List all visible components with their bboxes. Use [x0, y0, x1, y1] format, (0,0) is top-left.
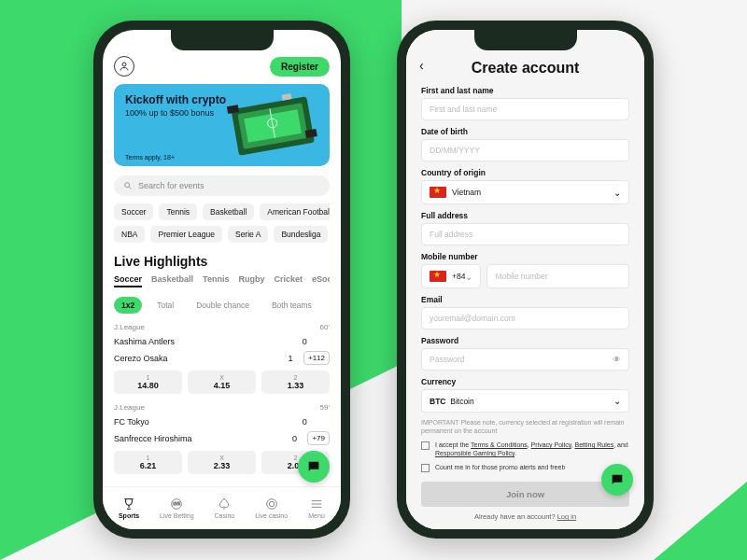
- svg-line-10: [129, 187, 131, 189]
- dob-field[interactable]: DD/MM/YYYY: [421, 139, 629, 161]
- home-team: FC Tokyo: [114, 417, 295, 427]
- promo-checkbox-row[interactable]: Count me in for those promo alerts and f…: [421, 463, 629, 472]
- label-name: First and last name: [421, 86, 629, 95]
- bottom-nav: Sports LIVELive Betting Casino Live casi…: [103, 486, 341, 529]
- promo-terms: Terms apply, 18+: [125, 154, 175, 161]
- chat-fab[interactable]: [298, 451, 330, 483]
- nav-menu[interactable]: Menu: [308, 497, 325, 519]
- bet-type-row: 1x2 Total Double chance Both teams: [114, 297, 330, 314]
- chip-nba[interactable]: NBA: [114, 226, 145, 243]
- tab-soccer[interactable]: Soccer: [114, 274, 142, 287]
- phone-sports: Register Kickoff with crypto 100% up to …: [93, 21, 350, 539]
- currency-note: IMPORTANT Please note, currency selected…: [421, 418, 629, 435]
- login-line: Already have an account? Log in: [421, 512, 629, 521]
- eye-icon[interactable]: 👁: [613, 355, 621, 364]
- tab-rugby[interactable]: Rugby: [238, 274, 264, 287]
- checkbox-icon[interactable]: [421, 441, 430, 450]
- chat-fab[interactable]: [601, 464, 633, 496]
- svg-point-14: [269, 501, 274, 506]
- bettype-total[interactable]: Total: [149, 297, 181, 314]
- svg-point-13: [266, 498, 276, 509]
- home-team: Kashima Antlers: [114, 337, 295, 346]
- odd-home[interactable]: 16.21: [114, 451, 182, 474]
- phone-notch: [171, 30, 274, 50]
- odd-away[interactable]: 21.33: [261, 371, 330, 394]
- live-tabs: Soccer Basketball Tennis Rugby Cricket e…: [114, 274, 330, 287]
- chip-bundesliga[interactable]: Bundesliga: [274, 226, 328, 243]
- away-score: 0: [285, 434, 303, 443]
- flag-vietnam-icon: [430, 187, 446, 198]
- odd-home[interactable]: 114.80: [114, 371, 182, 394]
- address-field[interactable]: Full address: [421, 223, 629, 245]
- away-score: 1: [281, 354, 300, 363]
- away-team: Sanfrecce Hiroshima: [114, 434, 285, 443]
- password-field[interactable]: Password👁: [421, 348, 629, 371]
- odd-draw[interactable]: X4.15: [188, 371, 256, 394]
- checkbox-icon[interactable]: [421, 464, 430, 472]
- home-score: 0: [295, 337, 314, 346]
- responsible-gaming-link[interactable]: Responsible Gaming Policy: [435, 450, 514, 456]
- register-button[interactable]: Register: [270, 57, 330, 77]
- chevron-down-icon: ⌄: [613, 396, 621, 406]
- email-field[interactable]: youremail@domain.com: [421, 307, 629, 329]
- nav-casino[interactable]: Casino: [214, 497, 234, 519]
- currency-select[interactable]: BTC Bitcoin ⌄: [421, 389, 629, 413]
- nav-live-casino[interactable]: Live casino: [255, 497, 288, 519]
- bettype-double-chance[interactable]: Double chance: [189, 297, 257, 314]
- mobile-code-select[interactable]: +84⌄: [421, 264, 481, 288]
- flag-vietnam-icon: [430, 271, 446, 282]
- search-input[interactable]: Search for events: [114, 175, 330, 196]
- tab-basketball[interactable]: Basketball: [151, 274, 193, 287]
- chip-tennis[interactable]: Tennis: [159, 203, 197, 220]
- chip-basketball[interactable]: Basketball: [203, 203, 254, 220]
- match-league: J.League: [114, 403, 145, 412]
- mobile-field[interactable]: Mobile number: [486, 264, 629, 288]
- phone-notch: [474, 30, 577, 50]
- join-now-button[interactable]: Join now: [421, 482, 629, 507]
- terms-checkbox-row[interactable]: I accept the Terms & Conditions, Privacy…: [421, 441, 629, 457]
- account-icon[interactable]: [114, 56, 134, 77]
- svg-point-0: [122, 63, 126, 66]
- name-field[interactable]: First and last name: [421, 98, 629, 120]
- chip-soccer[interactable]: Soccer: [114, 203, 153, 220]
- promo-banner[interactable]: Kickoff with crypto 100% up to $500 bonu…: [114, 84, 330, 166]
- country-select[interactable]: Vietnam ⌄: [421, 180, 629, 204]
- odd-draw[interactable]: X2.33: [188, 451, 256, 474]
- chip-premier-league[interactable]: Premier League: [150, 226, 221, 243]
- chip-icon: [264, 497, 279, 511]
- spade-icon: [217, 497, 232, 511]
- more-bets-button[interactable]: +79: [307, 431, 330, 445]
- bettype-both-teams[interactable]: Both teams: [264, 297, 319, 314]
- svg-point-9: [125, 183, 130, 188]
- label-currency: Currency: [421, 377, 629, 386]
- chip-american-football[interactable]: American Football: [260, 203, 330, 220]
- section-title: Live Highlights: [114, 254, 330, 269]
- privacy-link[interactable]: Privacy Policy: [531, 441, 571, 448]
- page-title: Create account: [421, 60, 629, 77]
- label-address: Full address: [421, 211, 629, 220]
- back-button[interactable]: ‹: [419, 58, 424, 73]
- menu-icon: [309, 497, 324, 511]
- login-link[interactable]: Log in: [557, 512, 576, 521]
- label-dob: Date of birth: [421, 127, 629, 136]
- match-minute: 60': [320, 323, 330, 331]
- match-card[interactable]: J.League 60' Kashima Antlers 0 - Cerezo …: [114, 323, 330, 394]
- more-bets-button[interactable]: +112: [303, 351, 330, 365]
- label-email: Email: [421, 295, 629, 304]
- label-country: Country of origin: [421, 168, 629, 177]
- tab-tennis[interactable]: Tennis: [203, 274, 229, 287]
- trophy-icon: [121, 497, 136, 511]
- betting-rules-link[interactable]: Betting Rules: [575, 441, 614, 448]
- nav-live-betting[interactable]: LIVELive Betting: [160, 497, 194, 519]
- away-team: Cerezo Osaka: [114, 354, 281, 363]
- bettype-1x2[interactable]: 1x2: [114, 297, 142, 314]
- terms-link[interactable]: Terms & Conditions: [471, 441, 528, 448]
- chat-icon: [306, 459, 321, 474]
- sport-chips-row2: NBA Premier League Serie A Bundesliga J.…: [114, 226, 330, 243]
- nav-sports[interactable]: Sports: [119, 497, 139, 519]
- svg-text:LIVE: LIVE: [174, 502, 181, 506]
- tab-cricket[interactable]: Cricket: [274, 274, 303, 287]
- chip-serie-a[interactable]: Serie A: [228, 226, 268, 243]
- tab-esoccer[interactable]: eSocc: [312, 274, 330, 287]
- live-icon: LIVE: [169, 497, 184, 511]
